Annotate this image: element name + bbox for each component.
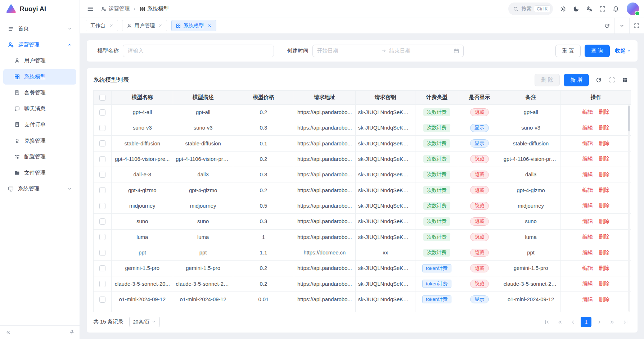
delete-link[interactable]: 删除	[599, 140, 609, 146]
delete-link[interactable]: 删除	[599, 234, 609, 240]
sidebar-item-operations[interactable]: 运营管理	[3, 37, 76, 53]
model-name-input[interactable]	[123, 45, 274, 57]
column-header[interactable]: 请求密钥	[355, 90, 415, 104]
scrollbar-thumb[interactable]	[628, 106, 631, 131]
row-checkbox[interactable]	[99, 140, 105, 146]
row-checkbox[interactable]	[99, 297, 105, 303]
edit-link[interactable]: 编辑	[582, 156, 593, 162]
row-checkbox[interactable]	[99, 109, 105, 116]
column-header[interactable]: 操作	[561, 90, 631, 104]
edit-link[interactable]: 编辑	[582, 140, 593, 146]
delete-link[interactable]: 删除	[599, 218, 609, 224]
sidebar-item-order[interactable]: 支付订单	[3, 117, 76, 132]
start-date-input[interactable]	[317, 48, 379, 54]
sidebar-item-chat[interactable]: 聊天消息	[3, 101, 76, 117]
notifications-icon[interactable]	[609, 3, 622, 15]
avatar[interactable]	[627, 3, 639, 15]
logo[interactable]: Ruoyi AI	[0, 0, 80, 18]
translate-icon[interactable]	[583, 3, 595, 15]
delete-link[interactable]: 删除	[599, 203, 609, 208]
expand-icon[interactable]	[606, 74, 618, 86]
date-range-picker[interactable]	[312, 45, 464, 57]
edit-link[interactable]: 编辑	[582, 281, 593, 286]
end-date-input[interactable]	[389, 48, 451, 54]
row-checkbox[interactable]	[99, 172, 105, 178]
hamburger-icon[interactable]	[87, 5, 94, 13]
edit-link[interactable]: 编辑	[582, 109, 593, 115]
edit-link[interactable]: 编辑	[582, 187, 593, 193]
edit-link[interactable]: 编辑	[582, 250, 593, 256]
column-header[interactable]: 模型价格	[233, 90, 294, 104]
collapse-sidebar-icon[interactable]	[5, 329, 11, 335]
breadcrumb-item[interactable]: 运营管理	[101, 5, 130, 12]
chevron-right-icon[interactable]	[594, 317, 605, 327]
scrollbar-track[interactable]	[628, 105, 631, 312]
edit-link[interactable]: 编辑	[582, 125, 593, 131]
add-button[interactable]: 新 增	[564, 74, 589, 86]
first-icon[interactable]	[541, 317, 552, 327]
delete-link[interactable]: 删除	[599, 125, 609, 131]
row-checkbox[interactable]	[99, 203, 105, 209]
edit-link[interactable]: 编辑	[582, 297, 593, 302]
page-size-select[interactable]: 20条/页	[129, 317, 160, 327]
row-checkbox[interactable]	[99, 187, 105, 193]
dark-mode-icon[interactable]	[570, 3, 582, 15]
row-checkbox[interactable]	[99, 281, 105, 287]
delete-link[interactable]: 删除	[599, 109, 609, 115]
tab-model[interactable]: 系统模型	[171, 20, 216, 31]
sidebar-item-system[interactable]: 系统管理	[3, 181, 76, 196]
edit-link[interactable]: 编辑	[582, 203, 593, 208]
delete-link[interactable]: 删除	[599, 250, 609, 256]
edit-link[interactable]: 编辑	[582, 265, 593, 271]
close-icon[interactable]	[207, 23, 212, 28]
column-header[interactable]: 模型名称	[112, 90, 173, 104]
chevron-down-icon[interactable]	[614, 18, 629, 33]
sidebar-item-model[interactable]: 系统模型	[3, 69, 76, 85]
delete-link[interactable]: 删除	[599, 187, 609, 193]
expand-icon[interactable]	[629, 18, 644, 33]
double-left-icon[interactable]	[554, 317, 565, 327]
edit-link[interactable]: 编辑	[582, 234, 593, 240]
collapse-filter-link[interactable]: 收起	[615, 48, 632, 54]
column-header[interactable]: 备注	[501, 90, 561, 104]
row-checkbox[interactable]	[99, 218, 105, 225]
fullscreen-icon[interactable]	[596, 3, 609, 15]
tab-user[interactable]: 用户管理	[122, 20, 167, 31]
row-checkbox[interactable]	[99, 250, 105, 256]
sidebar-item-package[interactable]: 套餐管理	[3, 85, 76, 100]
sidebar-item-file[interactable]: 文件管理	[3, 165, 76, 181]
delete-link[interactable]: 删除	[599, 281, 609, 286]
search-input[interactable]: 搜索 Ctrl K	[508, 3, 553, 15]
edit-link[interactable]: 编辑	[582, 218, 593, 224]
column-header[interactable]: 计费类型	[415, 90, 458, 104]
delete-link[interactable]: 删除	[599, 265, 609, 271]
breadcrumb-item[interactable]: 系统模型	[140, 5, 169, 12]
delete-link[interactable]: 删除	[599, 172, 609, 177]
row-checkbox[interactable]	[99, 265, 105, 271]
column-header[interactable]: 请求地址	[294, 90, 355, 104]
settings-icon[interactable]	[557, 3, 569, 15]
column-header[interactable]: 是否显示	[458, 90, 501, 104]
close-icon[interactable]	[109, 23, 114, 28]
sidebar-item-home[interactable]: 首页	[3, 21, 76, 36]
last-icon[interactable]	[620, 317, 631, 327]
tab-workbench[interactable]: 工作台	[86, 20, 118, 31]
sidebar-item-config[interactable]: 配置管理	[3, 149, 76, 164]
double-right-icon[interactable]	[607, 317, 618, 327]
row-checkbox[interactable]	[99, 156, 105, 162]
columns-icon[interactable]	[620, 74, 631, 86]
delete-link[interactable]: 删除	[599, 156, 609, 162]
select-all-checkbox[interactable]	[99, 95, 105, 101]
close-icon[interactable]	[158, 23, 163, 28]
reset-button[interactable]: 重 置	[555, 45, 581, 57]
column-header[interactable]: 模型描述	[173, 90, 233, 104]
query-button[interactable]: 查 询	[585, 45, 610, 57]
page-number[interactable]: 1	[581, 317, 591, 327]
refresh-icon[interactable]	[593, 74, 605, 86]
sidebar-item-redeem[interactable]: 兑换管理	[3, 133, 76, 149]
row-checkbox[interactable]	[99, 234, 105, 240]
delete-link[interactable]: 删除	[599, 297, 609, 302]
refresh-icon[interactable]	[600, 18, 614, 33]
row-checkbox[interactable]	[99, 125, 105, 131]
delete-button[interactable]: 删 除	[535, 74, 560, 86]
